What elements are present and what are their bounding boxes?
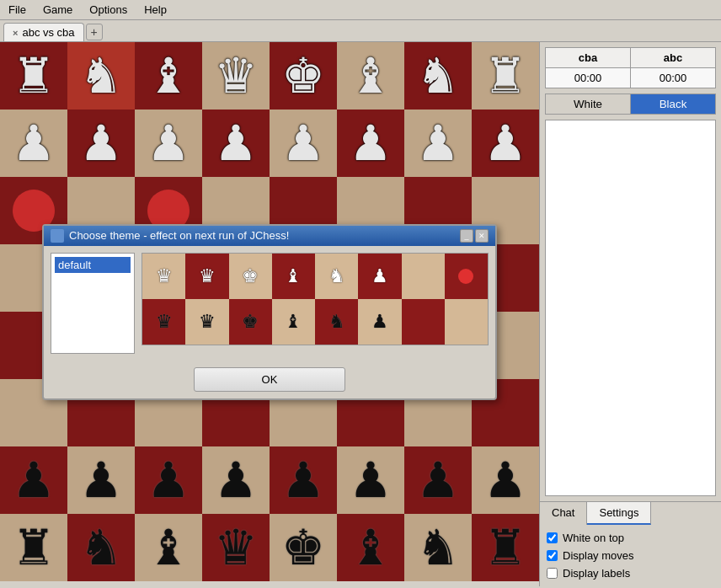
white-on-top-row: White on top [547,532,714,544]
preview-square [402,254,445,299]
times-row: 00:00 00:00 [546,68,716,88]
menu-file[interactable]: File [3,2,31,18]
white-on-top-label: White on top [563,532,624,544]
theme-preview: ♛♛♚♝♞♟♛♛♚♝♞♟ [142,253,489,345]
tabbar: × abc vs cba + [0,20,721,42]
menu-help[interactable]: Help [139,2,172,18]
dialog-close-button[interactable]: ✕ [475,229,489,243]
dialog-icon [51,229,64,243]
theme-dialog: Choose theme - effect on next run of JCh… [42,224,497,400]
preview-piece: ♛ [199,265,216,287]
dialog-minimize-button[interactable]: _ [460,229,473,243]
preview-piece: ♛ [156,311,173,333]
theme-item-default[interactable]: default [55,257,131,273]
right-player-name: abc [631,48,716,68]
preview-square: ♝ [272,254,315,299]
tab-settings[interactable]: Settings [587,502,651,525]
settings-area: White on top Display moves Display label… [540,525,721,586]
preview-piece: ♛ [199,311,216,333]
dialog-overlay: Choose theme - effect on next run of JCh… [0,42,539,581]
menubar: File Game Options Help [0,0,721,20]
white-on-top-checkbox[interactable] [547,532,558,543]
preview-piece: ♚ [242,311,259,333]
color-buttons: White Black [545,94,716,115]
preview-square [445,254,488,299]
menu-options[interactable]: Options [84,2,132,18]
names-row: cba abc [546,48,716,68]
tab-label: abc vs cba [22,26,74,39]
preview-piece: ♝ [285,311,302,333]
preview-square: ♚ [229,299,272,345]
dialog-title: Choose theme - effect on next run of JCh… [69,229,289,242]
left-player-name: cba [546,48,631,68]
main-area: ♜♞♝♛♚♝♞♜♟♟♟♟♟♟♟♟♟♟♟♟♟♟♟♟♜♞♝♛♚♝♞♜ Choose … [0,42,721,586]
dialog-titlebar: Choose theme - effect on next run of JCh… [44,226,495,246]
preview-square: ♟ [358,299,401,345]
preview-piece: ♞ [328,311,345,333]
preview-square: ♛ [142,299,185,345]
dialog-footer: OK [44,361,495,398]
preview-piece: ♚ [242,265,259,287]
tab-close-icon[interactable]: × [13,28,18,38]
menu-game[interactable]: Game [38,2,77,18]
preview-square: ♛ [185,299,228,345]
preview-square: ♞ [315,299,358,345]
display-labels-label: Display labels [563,567,630,580]
display-moves-checkbox[interactable] [547,550,558,561]
ok-button[interactable]: OK [194,367,345,392]
preview-square [402,299,445,345]
bottom-tabs: Chat Settings [540,501,721,525]
tab-add-button[interactable]: + [86,24,103,40]
white-color-button[interactable]: White [546,94,631,114]
preview-piece: ♛ [156,265,173,287]
black-color-button[interactable]: Black [631,94,715,114]
right-player-time: 00:00 [631,68,716,88]
right-panel: cba abc 00:00 00:00 White Black Chat Set… [539,42,721,586]
preview-square: ♞ [315,254,358,299]
preview-square [445,299,488,345]
preview-square: ♛ [185,254,228,299]
left-player-time: 00:00 [546,68,631,88]
tab-chat[interactable]: Chat [540,502,587,525]
display-labels-row: Display labels [547,567,714,580]
preview-piece: ♞ [328,265,345,287]
preview-piece: ♝ [285,265,302,287]
preview-square: ♚ [229,254,272,299]
preview-square: ♟ [358,254,401,299]
tab-abc-vs-cba[interactable]: × abc vs cba [3,23,84,41]
score-table: cba abc 00:00 00:00 [545,47,716,88]
display-labels-checkbox[interactable] [547,568,558,579]
preview-square: ♛ [142,254,185,299]
preview-piece: ♟ [371,265,388,287]
display-moves-row: Display moves [547,549,714,562]
preview-piece: ♟ [371,311,388,333]
preview-red-circle [458,269,473,284]
board-area: ♜♞♝♛♚♝♞♜♟♟♟♟♟♟♟♟♟♟♟♟♟♟♟♟♜♞♝♛♚♝♞♜ Choose … [0,42,539,581]
dialog-controls: _ ✕ [460,229,489,243]
dialog-body: default ♛♛♚♝♞♟♛♛♚♝♞♟ [44,246,495,361]
theme-list[interactable]: default [51,253,135,354]
display-moves-label: Display moves [563,549,634,562]
preview-square: ♝ [272,299,315,345]
moves-area [545,120,716,496]
